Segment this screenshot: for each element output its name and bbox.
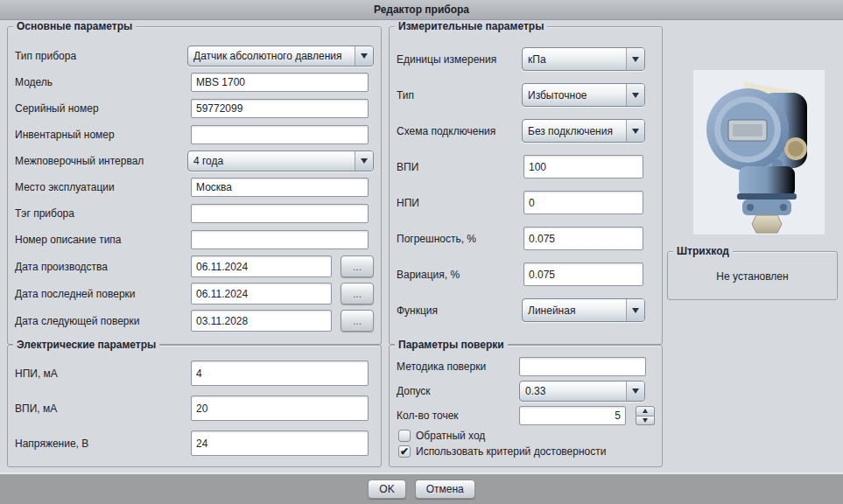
verification-method-input[interactable]	[519, 357, 646, 376]
accuracy-input[interactable]	[523, 227, 643, 250]
field-model: Модель	[15, 73, 374, 92]
field-type-description-number: Номер описание типа	[15, 230, 374, 249]
field-label: Кол-во точек	[397, 410, 459, 422]
last-verification-date-picker-button[interactable]: ...	[341, 283, 374, 304]
field-label: НПИ	[397, 197, 419, 209]
chevron-down-icon	[355, 46, 373, 66]
field-production-date: Дата производства ...	[15, 256, 374, 277]
chevron-down-icon	[626, 84, 644, 106]
field-label: Место эксплуатации	[15, 181, 115, 193]
model-input[interactable]	[191, 73, 369, 92]
field-last-verification-date: Дата последней поверки ...	[15, 283, 374, 304]
field-label: Допуск	[397, 385, 431, 397]
location-input[interactable]	[191, 178, 369, 197]
vpi-input[interactable]	[523, 155, 643, 178]
field-label: Серийный номер	[15, 102, 99, 115]
group-electrical-params: Электрические параметры НПИ, мА ВПИ, мА …	[7, 345, 382, 467]
field-connection-scheme: Схема подключения Без подключения	[397, 119, 655, 143]
vpi-ma-input[interactable]	[191, 396, 369, 421]
field-label: Функция	[397, 304, 438, 317]
group-title: Основные параметры	[13, 20, 136, 32]
field-vpi: ВПИ	[397, 155, 655, 178]
field-label: Схема подключения	[397, 125, 495, 137]
pressure-type-select[interactable]: Избыточное	[522, 83, 645, 107]
group-measurement-params: Измерительные параметры Единицы измерени…	[389, 26, 663, 345]
next-verification-date-input[interactable]	[191, 310, 332, 332]
checkbox-row-use-reliability-criterion[interactable]: ✔ Использовать критерий достоверности	[398, 444, 655, 458]
stepper-down-button[interactable]	[636, 416, 655, 426]
combo-value: Избыточное	[523, 89, 626, 102]
variation-input[interactable]	[523, 262, 643, 286]
checkbox-checked-icon[interactable]: ✔	[398, 445, 411, 458]
npi-ma-input[interactable]	[191, 360, 369, 386]
voltage-input[interactable]	[191, 430, 369, 456]
field-accuracy: Погрешность, %	[397, 227, 655, 250]
field-label: Дата следующей поверки	[15, 315, 139, 327]
field-label: Дата производства	[15, 261, 108, 273]
device-type-select[interactable]: Датчик абсолютного давления	[187, 46, 374, 66]
combo-value: 4 года	[188, 155, 355, 167]
arrow-up-icon	[643, 409, 648, 413]
window-titlebar[interactable]: Редактор прибора	[0, 0, 843, 20]
device-editor-dialog: Редактор прибора Основные параметры Тип …	[0, 0, 843, 504]
inventory-number-input[interactable]	[191, 125, 369, 144]
checkbox-row-reverse-run[interactable]: Обратный ход	[398, 429, 655, 443]
field-pressure-type: Тип Избыточное	[397, 83, 655, 107]
window-title: Редактор прибора	[374, 4, 469, 16]
next-verification-date-picker-button[interactable]: ...	[341, 310, 374, 332]
field-label: Дата последней поверки	[15, 288, 136, 300]
arrow-down-icon	[643, 418, 648, 423]
field-label: Межповерочный интервал	[15, 155, 144, 167]
group-verification-params: Параметры поверки Методика поверки Допус…	[389, 345, 663, 467]
checkbox-unchecked-icon[interactable]	[398, 430, 411, 442]
field-label: Тип	[397, 89, 414, 102]
group-title: Электрические параметры	[13, 339, 159, 351]
field-units: Единицы измерения кПа	[397, 47, 655, 71]
ok-button[interactable]: OK	[368, 480, 405, 499]
field-next-verification-date: Дата следующей поверки ...	[15, 310, 374, 332]
calibration-interval-select[interactable]: 4 года	[187, 150, 374, 172]
points-count-input[interactable]	[519, 406, 626, 425]
chevron-down-icon	[626, 299, 644, 321]
last-verification-date-input[interactable]	[191, 283, 332, 304]
field-label: Тэг прибора	[15, 207, 74, 220]
cancel-button[interactable]: Отмена	[415, 480, 475, 499]
group-main-params: Основные параметры Тип прибора Датчик аб…	[7, 26, 382, 345]
field-label: ВПИ	[397, 161, 418, 173]
combo-value: кПа	[523, 53, 626, 66]
group-title: Измерительные параметры	[395, 20, 547, 32]
checkbox-label: Обратный ход	[416, 430, 485, 442]
npi-input[interactable]	[523, 191, 643, 214]
type-description-input[interactable]	[191, 230, 369, 249]
connection-scheme-select[interactable]: Без подключения	[522, 119, 645, 143]
stepper-up-button[interactable]	[636, 406, 655, 416]
check-mark: ✔	[400, 446, 409, 457]
field-label: ВПИ, мА	[15, 402, 57, 415]
field-label: Единицы измерения	[397, 53, 496, 66]
field-label: Напряжение, В	[15, 438, 88, 450]
field-variation: Вариация, %	[397, 262, 655, 286]
units-select[interactable]: кПа	[522, 47, 645, 71]
dialog-footer: OK Отмена	[0, 472, 843, 504]
field-vpi-ma: ВПИ, мА	[15, 396, 374, 421]
field-serial-number: Серийный номер	[15, 99, 374, 118]
field-device-tag: Тэг прибора	[15, 204, 374, 223]
group-title: Параметры поверки	[395, 339, 508, 351]
field-points-count: Кол-во точек	[397, 406, 655, 425]
field-device-type: Тип прибора Датчик абсолютного давления	[15, 46, 374, 66]
group-barcode: Штрихкод Не установлен	[667, 251, 838, 300]
production-date-picker-button[interactable]: ...	[341, 256, 374, 277]
production-date-input[interactable]	[191, 256, 332, 277]
field-label: Номер описание типа	[15, 234, 122, 246]
tolerance-select[interactable]: 0.33	[519, 381, 645, 402]
field-tolerance: Допуск 0.33	[397, 381, 655, 402]
barcode-status-text: Не установлен	[668, 270, 837, 283]
field-npi-ma: НПИ, мА	[15, 360, 374, 386]
serial-number-input[interactable]	[191, 99, 369, 118]
field-inventory-number: Инвентарный номер	[15, 125, 374, 144]
field-verification-method: Методика поверки	[397, 357, 655, 376]
function-select[interactable]: Линейная	[522, 298, 645, 322]
device-tag-input[interactable]	[191, 204, 369, 223]
chevron-down-icon	[626, 382, 644, 401]
combo-value: Датчик абсолютного давления	[188, 50, 355, 62]
